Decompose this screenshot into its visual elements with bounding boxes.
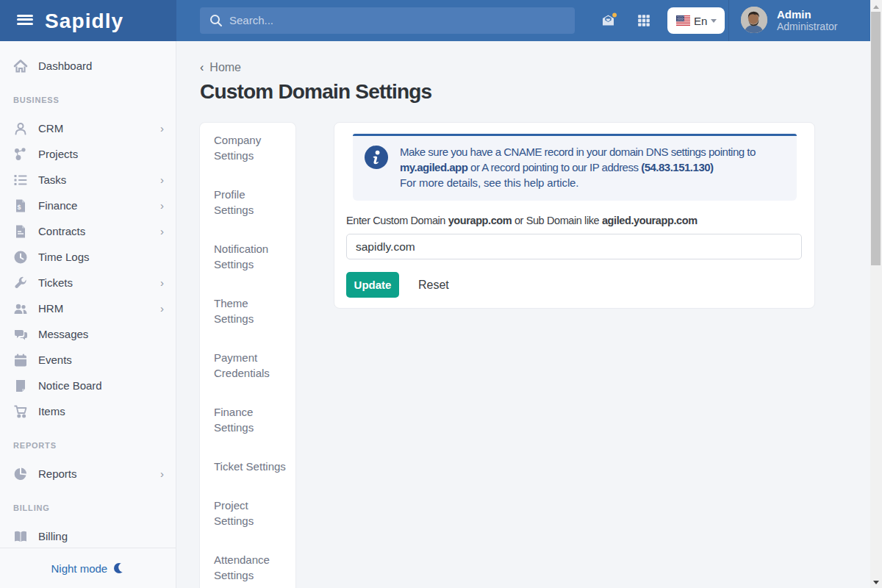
- svg-text:$: $: [17, 203, 21, 210]
